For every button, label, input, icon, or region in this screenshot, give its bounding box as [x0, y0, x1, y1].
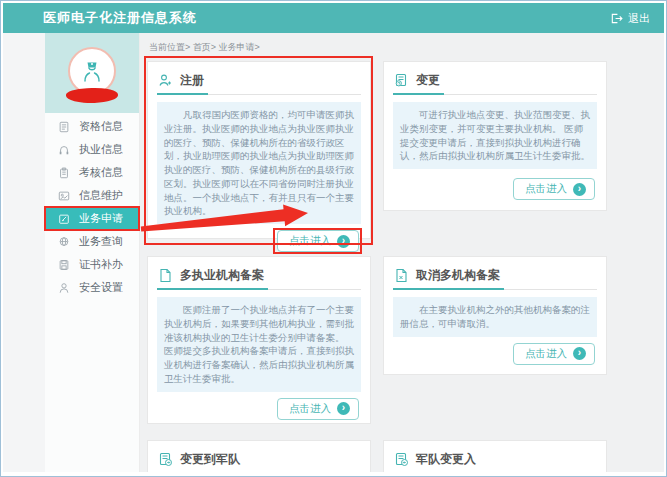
redacted-username [66, 87, 118, 104]
doc-refresh-icon [394, 73, 409, 88]
card-description: 凡取得国内医师资格的，均可申请医师执业注册。执业医师的执业地点为执业医师执业的医… [157, 102, 361, 224]
chevron-right-icon: › [337, 235, 350, 248]
sidebar-item-certificate-reissue[interactable]: 证书补办 [45, 253, 139, 276]
card-multi-institution-filing: 多执业机构备案 医师注册了一个执业地点并有了一个主要执业机构后，如果要到其他机构… [147, 256, 371, 424]
card-change: 变更 可进行执业地点变更、执业范围变更、执业类别变更，并可变更主要执业机构。 医… [383, 61, 607, 211]
card-cancel-multi-filing: 取消多机构备案 在主要执业机构之外的其他机构备案的注册信息，可申请取消。 点击进… [383, 256, 607, 375]
enter-button-change[interactable]: 点击进入 › [513, 178, 595, 200]
user-icon [58, 282, 70, 294]
doc-fold-icon [158, 268, 173, 283]
sidebar-item-label: 证书补办 [79, 257, 123, 272]
left-gutter [3, 33, 45, 472]
sidebar-item-assessment-info[interactable]: 考核信息 [45, 161, 139, 184]
sidebar-item-security-settings[interactable]: 安全设置 [45, 276, 139, 299]
globe-icon [58, 236, 70, 248]
enter-button-cancel-filing[interactable]: 点击进入 › [513, 343, 595, 365]
user-plus-icon [158, 73, 173, 88]
doc-out-icon [158, 452, 173, 467]
logout-button[interactable]: 退出 [610, 11, 650, 26]
card-title: 注册 [180, 72, 204, 89]
sidebar-item-info-maintenance[interactable]: 信息维护 [45, 184, 139, 207]
doc-in-icon [394, 452, 409, 467]
sidebar-item-label: 业务查询 [79, 234, 123, 249]
card-description: 可进行执业地点变更、执业范围变更、执业类别变更，并可变更主要执业机构。 医师提交… [393, 102, 597, 169]
file-text-icon [58, 121, 70, 133]
card-register: 注册 凡取得国内医师资格的，均可申请医师执业注册。执业医师的执业地点为执业医师执… [147, 61, 371, 239]
page-body: 资格信息 执业信息 考核信息 信息维护 [3, 33, 664, 472]
sidebar: 资格信息 执业信息 考核信息 信息维护 [45, 33, 140, 472]
card-title: 军队变更入 [416, 451, 476, 468]
logout-label: 退出 [628, 11, 650, 26]
breadcrumb: 当前位置> 首页> 业务申请> [149, 41, 664, 54]
sidebar-item-label: 考核信息 [79, 165, 123, 180]
main-content: 当前位置> 首页> 业务申请> 注册 [140, 33, 664, 472]
card-description: 在主要执业机构之外的其他机构备案的注册信息，可申请取消。 [393, 297, 597, 337]
chevron-right-icon: › [573, 347, 586, 360]
enter-button-label: 点击进入 [525, 347, 567, 361]
enter-button-register[interactable]: 点击进入 › [277, 230, 359, 252]
card-description: 医师注册了一个执业地点并有了一个主要执业机构后，如果要到其他机构执业，需到批准该… [157, 297, 361, 392]
sidebar-item-label: 信息维护 [79, 188, 123, 203]
sidebar-item-practice-info[interactable]: 执业信息 [45, 138, 139, 161]
certificate-icon [58, 259, 70, 271]
breadcrumb-prefix: 当前位置> [149, 42, 190, 52]
headset-icon [58, 144, 70, 156]
sidebar-item-label: 资格信息 [79, 119, 123, 134]
edit-square-icon [58, 213, 70, 225]
breadcrumb-home[interactable]: 首页> [193, 42, 216, 52]
sidebar-menu: 资格信息 执业信息 考核信息 信息维护 [45, 113, 139, 299]
sidebar-item-service-query[interactable]: 业务查询 [45, 230, 139, 253]
doc-cancel-icon [394, 268, 409, 283]
app-header: 医师电子化注册信息系统 退出 [3, 3, 664, 33]
image-icon [58, 190, 70, 202]
chevron-right-icon: › [573, 183, 586, 196]
enter-button-label: 点击进入 [289, 234, 331, 248]
sidebar-item-qualification-info[interactable]: 资格信息 [45, 115, 139, 138]
clipboard-icon [58, 167, 70, 179]
sidebar-item-label: 执业信息 [79, 142, 123, 157]
sidebar-item-service-application[interactable]: 业务申请 [45, 207, 139, 230]
card-title: 取消多机构备案 [416, 267, 500, 284]
enter-button-label: 点击进入 [289, 402, 331, 416]
enter-button-multi-filing[interactable]: 点击进入 › [277, 398, 359, 420]
sidebar-item-label: 业务申请 [79, 211, 123, 226]
breadcrumb-current[interactable]: 业务申请> [219, 42, 260, 52]
card-title: 多执业机构备案 [180, 267, 264, 284]
card-transfer-to-military: 变更到军队 [147, 440, 371, 472]
user-panel [45, 33, 139, 113]
doctor-avatar-icon [77, 56, 107, 86]
sidebar-item-label: 安全设置 [79, 280, 123, 295]
exit-icon [610, 12, 623, 25]
card-title: 变更 [416, 72, 440, 89]
enter-button-label: 点击进入 [525, 182, 567, 196]
card-title: 变更到军队 [180, 451, 240, 468]
card-military-transfer-in: 军队变更入 [383, 440, 607, 472]
app-title: 医师电子化注册信息系统 [43, 9, 197, 27]
app-window: 医师电子化注册信息系统 退出 [0, 0, 667, 477]
chevron-right-icon: › [337, 402, 350, 415]
